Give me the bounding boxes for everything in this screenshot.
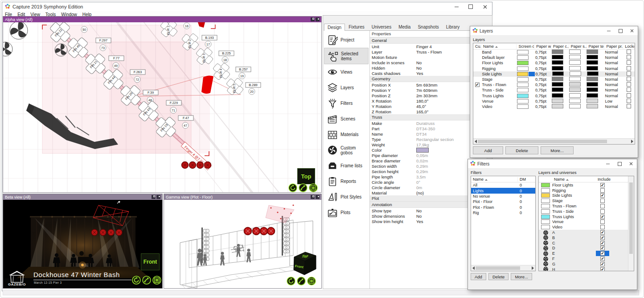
paper-shade-cell[interactable] — [569, 66, 587, 71]
locked-cell[interactable] — [623, 71, 635, 77]
paper-color-swatch[interactable] — [552, 50, 563, 54]
include-cell[interactable]: ✔ — [596, 246, 623, 250]
alpha-view-header[interactable]: Alpha view (All) — [3, 17, 321, 22]
add-button[interactable]: Add — [473, 146, 503, 154]
menu-view-button[interactable] — [307, 277, 316, 286]
layer-color-swatch[interactable] — [541, 204, 550, 208]
paper-color-cell[interactable] — [552, 104, 569, 109]
close-button[interactable] — [626, 27, 638, 35]
screen-color-cell[interactable] — [517, 55, 534, 60]
paper-print-value[interactable]: Normal — [604, 94, 623, 98]
tab-universes[interactable]: Universes — [368, 23, 395, 30]
paper-color-cell[interactable] — [552, 66, 569, 71]
paper-texture-cell[interactable] — [587, 55, 604, 60]
paper-texture-swatch[interactable] — [587, 99, 598, 103]
paper-texture-cell[interactable] — [587, 66, 604, 71]
column-header[interactable]: Name — [481, 44, 517, 49]
layer-row[interactable]: Video0,75ptNormal — [473, 104, 635, 109]
paper-color-cell[interactable] — [552, 82, 569, 87]
column-header[interactable]: Locked — [623, 44, 635, 49]
paper-color-cell[interactable] — [552, 50, 569, 55]
paper-shade-cell[interactable] — [570, 71, 587, 77]
paper-print-value[interactable]: Normal — [604, 104, 623, 109]
paper-color-swatch[interactable] — [552, 71, 564, 76]
screen-color-swatch[interactable] — [517, 55, 529, 60]
locked-cell[interactable] — [623, 77, 635, 82]
paper-color-swatch[interactable] — [552, 87, 563, 92]
locked-cell[interactable] — [623, 60, 635, 66]
paper-shade-cell[interactable] — [569, 87, 587, 93]
include-checkbox[interactable] — [600, 225, 605, 229]
gamma-plot-canvas[interactable]: TopFront — [164, 200, 321, 288]
paper-shade-cell[interactable] — [569, 77, 587, 82]
layer-row[interactable]: Rigging0,75ptNormal — [473, 66, 635, 71]
paper-texture-cell[interactable] — [587, 87, 604, 93]
include-cell[interactable]: ✔ — [596, 183, 623, 187]
view-home-icon[interactable] — [316, 17, 320, 21]
include-cell[interactable]: ✔ — [596, 267, 623, 271]
paper-width-value[interactable]: 0,75pt — [534, 61, 552, 65]
paper-color-cell[interactable] — [552, 99, 569, 104]
color-swatch[interactable] — [416, 148, 429, 153]
layer-row[interactable]: ✔Truss - Flown0,75ptNormal — [473, 82, 635, 87]
screen-color-swatch[interactable] — [517, 61, 529, 65]
column-header[interactable]: Paper te... — [587, 44, 605, 49]
beta-orientation-label[interactable]: Front — [141, 253, 160, 270]
paper-width-value[interactable]: 0,75pt — [534, 77, 552, 82]
screen-color-swatch[interactable] — [517, 50, 529, 54]
paper-print-value[interactable]: Normal — [604, 72, 623, 76]
locked-cell[interactable] — [623, 93, 635, 99]
universe-row[interactable]: C✔ — [539, 240, 634, 246]
sidebar-item-layers[interactable]: Layers — [324, 80, 369, 95]
alpha-plot-canvas[interactable]: FIN 2250FIN 45F.29773FIN 21F.7749FIN 44F… — [3, 22, 321, 192]
column-header[interactable]: Name — [539, 177, 596, 182]
layer-row[interactable]: Stage0,75ptNormal — [473, 77, 635, 82]
layer-color-swatch[interactable] — [541, 193, 550, 198]
include-checkbox[interactable] — [600, 209, 605, 214]
universe-row[interactable]: B✔ — [539, 235, 634, 240]
current-layer-cell[interactable]: ✔ — [473, 83, 481, 87]
screen-color-cell[interactable] — [517, 61, 534, 65]
minimize-button[interactable] — [602, 160, 614, 168]
paper-print-value[interactable]: Normal — [604, 55, 623, 60]
sidebar-item-views[interactable]: Views — [324, 64, 369, 80]
close-button[interactable] — [625, 160, 637, 168]
paper-shade-swatch[interactable] — [569, 87, 581, 92]
screen-color-cell[interactable] — [517, 72, 535, 76]
layer-color-swatch[interactable] — [541, 225, 550, 229]
locked-checkbox[interactable] — [627, 82, 631, 87]
entries-vscrollbar[interactable] — [628, 176, 634, 271]
include-cell[interactable]: ✔ — [596, 193, 623, 198]
column-header[interactable]: Paper c... — [551, 44, 569, 49]
locked-cell[interactable] — [623, 66, 635, 71]
universe-row[interactable]: A✔ — [539, 230, 634, 235]
delete-button[interactable]: Delete — [505, 146, 538, 154]
paper-width-value[interactable]: 0,75pt — [534, 83, 552, 87]
locked-cell[interactable] — [623, 87, 635, 93]
paper-shade-swatch[interactable] — [569, 82, 581, 87]
column-header[interactable]: Cu... — [473, 44, 481, 49]
maximize-button[interactable] — [614, 160, 625, 168]
layer-entry-row[interactable]: Side Lights✔ — [539, 193, 634, 199]
paper-texture-cell[interactable] — [587, 93, 604, 99]
include-checkbox[interactable] — [600, 199, 605, 203]
universe-row[interactable]: G✔ — [539, 261, 634, 267]
layer-color-swatch[interactable] — [541, 199, 550, 203]
maximize-button[interactable] — [615, 27, 626, 35]
layer-entry-row[interactable]: Truss - Side — [539, 209, 634, 214]
paper-shade-swatch[interactable] — [569, 99, 581, 103]
column-header[interactable]: Paper w... — [534, 44, 551, 49]
paper-shade-swatch[interactable] — [569, 55, 581, 59]
paper-color-swatch[interactable] — [552, 104, 563, 108]
filter-row[interactable]: Lights0 — [471, 188, 535, 193]
view-home-icon[interactable] — [316, 195, 320, 199]
paper-texture-swatch[interactable] — [587, 87, 598, 92]
sidebar-item-filters[interactable]: Filters — [324, 95, 369, 111]
filter-row[interactable]: No venue0 — [471, 194, 535, 199]
paper-texture-swatch[interactable] — [587, 77, 598, 81]
filters-window-titlebar[interactable]: Filters — [468, 159, 637, 169]
tab-snapshots[interactable]: Snapshots — [414, 23, 442, 30]
paper-texture-cell[interactable] — [587, 71, 604, 77]
column-header[interactable]: Include — [596, 177, 623, 182]
paper-color-cell[interactable] — [552, 60, 569, 66]
